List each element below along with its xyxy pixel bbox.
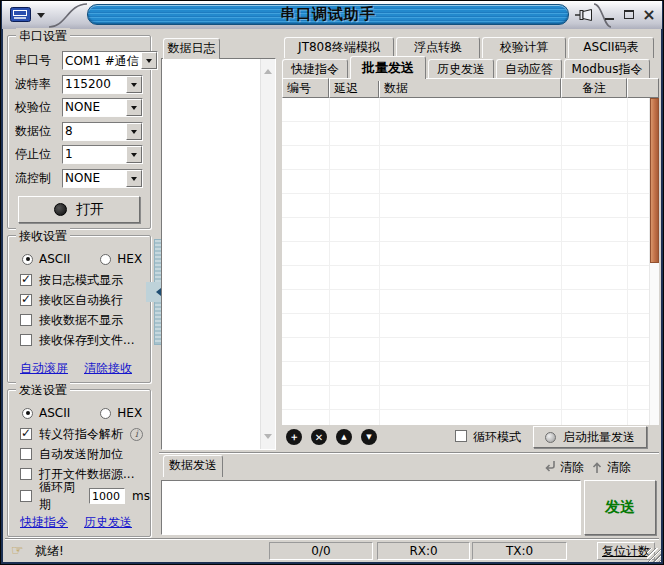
send-hex-label: HEX — [117, 406, 142, 420]
maximize-icon — [624, 10, 634, 19]
delete-row-button[interactable]: ✕ — [311, 429, 327, 445]
client-area: 串口设置 串口号 COM1 #通信 波特率 115200 校验位 NONE — [3, 29, 661, 562]
parity-row: 校验位 NONE — [8, 96, 150, 120]
stopbits-row: 停止位 1 — [8, 143, 150, 167]
batch-status-lamp-icon — [545, 432, 556, 443]
info-icon[interactable]: i — [130, 428, 143, 441]
cycle-row: 循环周期 ms — [8, 484, 150, 508]
tab-data-log[interactable]: 数据日志 — [163, 38, 220, 59]
send-ascii-radio[interactable] — [22, 408, 33, 419]
databits-select[interactable]: 8 — [62, 122, 143, 141]
column-header-data[interactable]: 数据 — [379, 78, 561, 98]
tab-auto-answer[interactable]: 自动应答 — [496, 59, 562, 79]
send-ascii-label: ASCII — [39, 406, 70, 420]
open-port-button[interactable]: 打开 — [18, 196, 140, 223]
serial-port-select[interactable]: COM1 #通信 — [62, 51, 158, 70]
log-mode-checkbox[interactable] — [20, 274, 32, 286]
tab-float-convert[interactable]: 浮点转换 — [396, 37, 480, 58]
auto-append-checkbox[interactable] — [20, 448, 32, 460]
minimize-button[interactable] — [601, 6, 617, 23]
send-data-input[interactable] — [161, 480, 581, 535]
quick-commands-link[interactable]: 快捷指令 — [20, 514, 68, 531]
cycle-period-input[interactable] — [89, 488, 125, 504]
cycle-unit-label: ms — [132, 489, 150, 503]
up-arrow-icon: ▲ — [341, 433, 346, 441]
escape-parse-checkbox[interactable] — [20, 428, 32, 440]
chevron-down-icon[interactable] — [141, 52, 157, 69]
chevron-down-icon[interactable] — [126, 123, 142, 140]
baudrate-row: 波特率 115200 — [8, 73, 150, 97]
collapse-left-arrow-icon[interactable] — [152, 288, 161, 296]
save-to-file-checkbox[interactable] — [20, 334, 32, 346]
tab-modbus[interactable]: Modbus指令 — [564, 59, 650, 79]
status-bar: ☞ 就绪! 0/0 RX:0 TX:0 复位计数 — [3, 540, 661, 562]
send-hex-radio[interactable] — [100, 408, 111, 419]
stopbits-select[interactable]: 1 — [62, 145, 143, 164]
title-bar[interactable]: 串口调试助手 — [2, 1, 662, 29]
chevron-down-icon[interactable] — [126, 170, 142, 187]
loop-mode-label: 循环模式 — [473, 429, 521, 446]
hide-received-checkbox[interactable] — [20, 314, 32, 326]
close-button[interactable] — [641, 6, 657, 23]
file-source-checkbox[interactable] — [20, 468, 32, 480]
batch-table-scrollbar[interactable] — [649, 98, 659, 425]
status-rx: RX:0 — [377, 542, 470, 560]
column-header-delay[interactable]: 延迟 — [329, 78, 379, 98]
cross-icon: ✕ — [315, 432, 323, 443]
auto-wrap-checkbox[interactable] — [20, 294, 32, 306]
parity-select[interactable]: NONE — [62, 98, 143, 117]
flowcontrol-select[interactable]: NONE — [62, 169, 143, 188]
receive-settings-group: 接收设置 ASCII HEX 按日志模式显示 接收区自动换行 接收数据不显示 — [7, 235, 151, 383]
loop-mode-checkbox[interactable] — [455, 430, 467, 442]
data-log-area[interactable] — [161, 58, 276, 450]
column-header-remark[interactable]: 备注 — [561, 78, 627, 98]
scroll-down-icon[interactable] — [264, 434, 272, 443]
parity-label: 校验位 — [15, 99, 62, 116]
status-counter: 0/0 — [269, 542, 373, 560]
start-batch-send-button[interactable]: 启动批量发送 — [533, 426, 647, 448]
escape-parse-row: 转义符指令解析 i — [8, 424, 150, 444]
baudrate-select[interactable]: 115200 — [62, 75, 143, 94]
log-mode-row: 按日志模式显示 — [8, 270, 150, 290]
clear-receive-button[interactable]: 清除 — [543, 459, 584, 476]
tab-batch-send[interactable]: 批量发送 — [350, 56, 426, 79]
chevron-down-icon[interactable] — [126, 99, 142, 116]
tab-ascii-table[interactable]: ASCII码表 — [568, 37, 654, 58]
chevron-down-icon[interactable] — [126, 146, 142, 163]
tab-history-send[interactable]: 历史发送 — [428, 59, 494, 79]
plus-icon: ＋ — [289, 430, 299, 444]
resize-grip[interactable] — [647, 548, 661, 562]
titlebar-left-curve — [49, 2, 88, 28]
move-up-button[interactable]: ▲ — [336, 429, 352, 445]
clear-send-button[interactable]: 清除 — [590, 459, 631, 476]
cycle-checkbox[interactable] — [20, 490, 32, 502]
scroll-up-icon[interactable] — [264, 65, 272, 74]
receive-hex-label: HEX — [117, 252, 142, 266]
serial-settings-legend: 串口设置 — [16, 28, 70, 45]
batch-table-scroll-thumb[interactable] — [650, 98, 659, 263]
history-send-link[interactable]: 历史发送 — [84, 514, 132, 531]
auto-scroll-link[interactable]: 自动滚屏 — [20, 360, 68, 377]
pin-icon[interactable] — [574, 8, 594, 22]
system-menu-arrow-icon[interactable] — [37, 13, 45, 22]
log-scrollbar[interactable] — [260, 59, 275, 449]
chevron-down-icon[interactable] — [126, 76, 142, 93]
app-icon[interactable] — [10, 7, 31, 22]
receive-hex-radio[interactable] — [100, 254, 111, 265]
tab-quick-commands[interactable]: 快捷指令 — [282, 59, 348, 79]
add-row-button[interactable]: ＋ — [286, 429, 302, 445]
clear-bar: 清除 清除 — [543, 457, 661, 477]
clear-receive-link[interactable]: 清除接收 — [84, 360, 132, 377]
status-tx: TX:0 — [472, 542, 567, 560]
tab-data-send[interactable]: 数据发送 — [163, 455, 223, 477]
move-down-button[interactable]: ▼ — [361, 429, 377, 445]
receive-ascii-radio[interactable] — [22, 254, 33, 265]
tab-jt808[interactable]: JT808终端模拟 — [284, 37, 394, 58]
maximize-button[interactable] — [621, 6, 637, 23]
batch-table-body — [282, 98, 649, 425]
column-header-extra[interactable] — [627, 78, 659, 98]
send-button[interactable]: 发送 — [584, 480, 656, 535]
ready-hand-icon: ☞ — [11, 542, 24, 558]
column-header-number[interactable]: 编号 — [282, 78, 329, 98]
tab-checksum[interactable]: 校验计算 — [482, 37, 566, 58]
